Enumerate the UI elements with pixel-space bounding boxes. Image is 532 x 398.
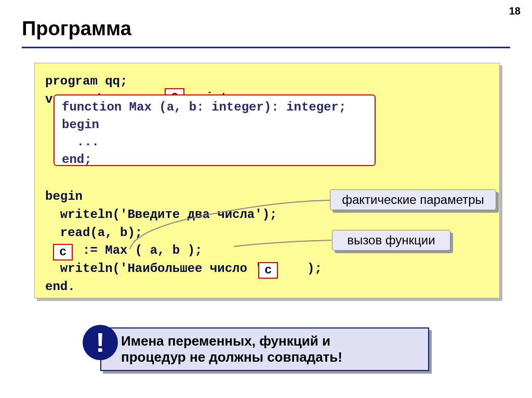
func-line-4: end;	[62, 151, 367, 169]
code-writeln-1: writeln('Введите два числа');	[45, 206, 322, 224]
code-line-program: program qq;	[45, 73, 489, 91]
func-line-3: ...	[62, 133, 367, 151]
warning-text: Имена переменных, функций и процедур не …	[121, 333, 342, 365]
func-line-1: function Max (a, b: integer): integer;	[62, 99, 367, 116]
code-assign: cc := Max ( a, b );	[45, 242, 322, 260]
main-code-block: begin writeln('Введите два числа'); read…	[45, 188, 322, 296]
actual-params-label: фактические параметры	[330, 189, 496, 210]
page-number: 18	[509, 5, 521, 17]
slide-title: Программа	[22, 18, 131, 40]
writeln-c-highlight: c	[258, 262, 278, 279]
code-read: read(a, b);	[45, 224, 322, 242]
warning-box: Имена переменных, функций и процедур не …	[100, 327, 429, 371]
func-call-label: вызов функции	[332, 230, 450, 251]
warning-text-line1: Имена переменных, функций и	[121, 333, 342, 349]
exclamation-icon: !	[83, 325, 118, 360]
assign-c-highlight: c	[53, 244, 73, 260]
code-end: end.	[45, 278, 322, 296]
function-box: function Max (a, b: integer): integer; b…	[54, 94, 376, 166]
code-writeln-2: writeln('Наибольшее число ', cc );	[45, 260, 322, 278]
code-begin: begin	[45, 188, 322, 206]
warning-text-line2: процедур не должны совпадать!	[121, 349, 342, 365]
title-divider	[22, 47, 510, 48]
code-block: program qq; var a, b, c : integer; funct…	[34, 63, 500, 298]
func-line-2: begin	[62, 116, 367, 134]
